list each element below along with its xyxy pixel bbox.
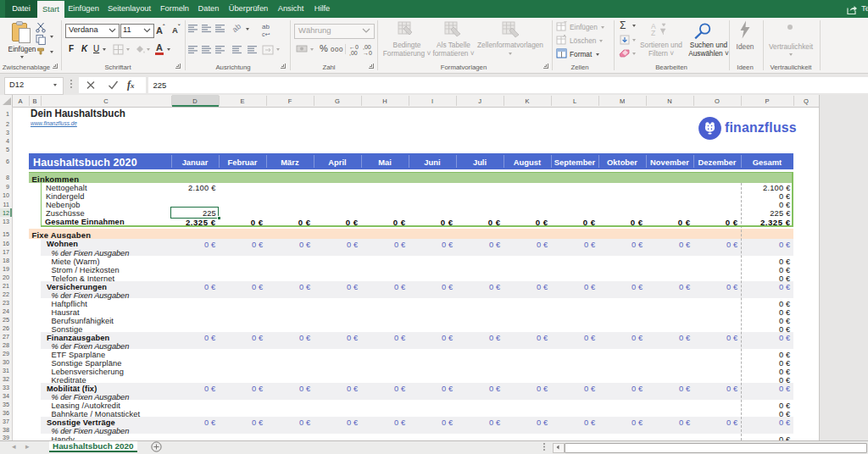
svg-text:Z: Z <box>651 29 655 36</box>
